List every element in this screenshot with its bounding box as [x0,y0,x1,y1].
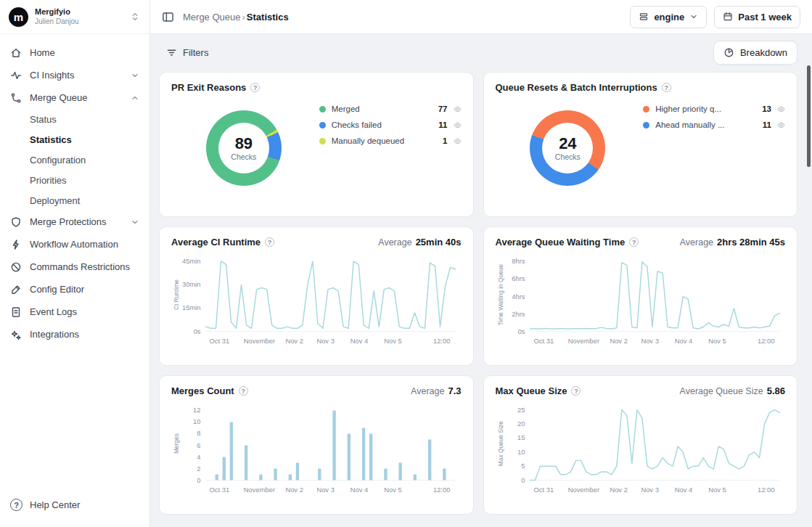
eye-icon[interactable] [454,121,462,129]
sidebar-item-home[interactable]: Home [0,41,149,64]
sidebar-item-label: Priorities [30,175,67,186]
org-switcher-icon[interactable] [129,12,141,22]
breakdown-button[interactable]: Breakdown [713,41,797,65]
svg-text:Nov 5: Nov 5 [708,337,726,345]
chevron-down-icon [689,12,698,21]
donut-total: 89 [235,135,253,152]
sidebar-item-config-editor[interactable]: Config Editor [0,278,149,301]
chevron-down-icon [131,71,139,80]
help-tooltip-icon[interactable]: ? [239,386,248,396]
legend-count: 11 [438,120,447,129]
sidebar-item-workflow-automation[interactable]: Workflow Automation [0,233,149,256]
svg-text:5: 5 [521,462,525,470]
queue-resets-legend: Higher priority q... 13 Ahead manually .… [640,100,785,186]
card-title: Queue Resets & Batch Interruptions [496,82,657,93]
donut-total-label: Checks [555,152,581,161]
sidebar-item-integrations[interactable]: Integrations [0,323,149,346]
pencil-icon [10,284,22,295]
svg-text:12:00: 12:00 [433,486,450,494]
sidebar-item-label: CI Insights [30,70,74,81]
scrollbar-thumb[interactable] [807,65,811,167]
svg-text:November: November [244,337,275,345]
svg-text:0: 0 [521,476,525,484]
repository-select[interactable]: engine [630,6,707,28]
svg-text:20: 20 [517,420,525,428]
card-title: Merges Count [171,385,234,396]
sidebar-item-deployment[interactable]: Deployment [0,190,149,211]
help-label: Help Center [30,499,80,510]
app-root: m Mergifyio Julien Danjou Home CI Insigh… [0,0,812,527]
sidebar-toggle-button[interactable] [160,9,176,25]
sidebar-item-commands-restrictions[interactable]: Commands Restrictions [0,256,149,278]
merge-queue-icon [10,92,22,104]
svg-text:8: 8 [197,429,200,437]
average-stat: Average7.3 [411,385,461,396]
sidebar-item-priorities[interactable]: Priorities [0,170,149,190]
help-tooltip-icon[interactable]: ? [265,237,274,247]
panel-toggle-icon [162,11,174,23]
filters-label: Filters [183,47,208,58]
eye-icon[interactable] [454,105,462,113]
sidebar-item-statistics[interactable]: Statistics [0,129,149,150]
eye-icon[interactable] [777,105,785,113]
sidebar-item-label: Integrations [30,329,79,340]
sidebar-item-event-logs[interactable]: Event Logs [0,301,149,323]
svg-text:Oct 31: Oct 31 [533,337,554,345]
svg-text:12: 12 [193,406,200,414]
calendar-icon [723,12,733,22]
activity-icon [10,70,22,81]
sidebar-item-merge-protections[interactable]: Merge Protections [0,211,149,233]
breadcrumb: Merge Queue › Statistics [183,12,289,23]
main-area: Merge Queue › Statistics engine Past 1 w… [150,0,812,527]
svg-text:Nov 2: Nov 2 [610,486,628,494]
org-header[interactable]: m Mergifyio Julien Danjou [0,0,149,34]
date-range-button[interactable]: Past 1 week [714,6,800,28]
svg-text:Nov 3: Nov 3 [316,337,335,345]
eye-icon[interactable] [454,137,462,145]
help-tooltip-icon[interactable]: ? [629,237,639,247]
repository-select-value: engine [654,12,684,23]
help-tooltip-icon[interactable]: ? [250,83,260,92]
average-stat: Average2hrs 28min 45s [680,237,785,248]
svg-text:6hrs: 6hrs [512,274,525,282]
help-tooltip-icon[interactable]: ? [662,83,671,92]
sidebar-item-label: Config Editor [30,284,84,295]
breadcrumb-parent[interactable]: Merge Queue [183,12,241,23]
filters-button[interactable]: Filters [160,43,214,62]
legend-count: 1 [443,136,447,145]
filter-icon [166,47,177,58]
topbar: Merge Queue › Statistics engine Past 1 w… [150,0,812,34]
sidebar-item-status[interactable]: Status [0,109,149,129]
card-title: Average CI Runtime [171,237,261,248]
help-tooltip-icon[interactable]: ? [571,386,581,396]
help-center[interactable]: ? Help Center [0,489,149,527]
breakdown-label: Breakdown [740,47,787,58]
sparkles-icon [10,329,22,340]
average-stat: Average25min 40s [378,237,461,248]
ci-runtime-line-chart: 0s15min30min45minOct 31NovemberNov 2Nov … [171,250,462,359]
cards-grid: PR Exit Reasons ? 89 Checks [150,70,812,515]
help-icon: ? [10,499,22,511]
sidebar-item-label: Event Logs [30,306,77,317]
card-ci-runtime: Average CI Runtime ? Average25min 40s 0s… [159,226,474,366]
legend-count: 11 [763,120,771,129]
zap-icon [10,239,22,250]
donut-total-label: Checks [231,152,256,161]
svg-text:Nov 2: Nov 2 [285,337,303,345]
svg-text:2hrs: 2hrs [512,310,525,318]
card-title: Max Queue Size [496,385,567,396]
org-info: Mergifyio Julien Danjou [35,7,79,26]
svg-text:0s: 0s [194,327,201,335]
sidebar-item-label: Deployment [30,195,80,206]
legend-dot [319,106,326,113]
sidebar-item-merge-queue[interactable]: Merge Queue [0,86,149,109]
sidebar-item-ci-insights[interactable]: CI Insights [0,64,149,86]
card-pr-exit-reasons: PR Exit Reasons ? 89 Checks [159,72,474,217]
svg-text:15: 15 [517,433,525,441]
svg-text:0s: 0s [517,327,525,335]
svg-text:10: 10 [517,448,525,456]
sidebar-item-configuration[interactable]: Configuration [0,150,149,170]
svg-text:12:00: 12:00 [757,337,774,345]
shield-icon [10,216,22,228]
eye-icon[interactable] [777,121,785,129]
